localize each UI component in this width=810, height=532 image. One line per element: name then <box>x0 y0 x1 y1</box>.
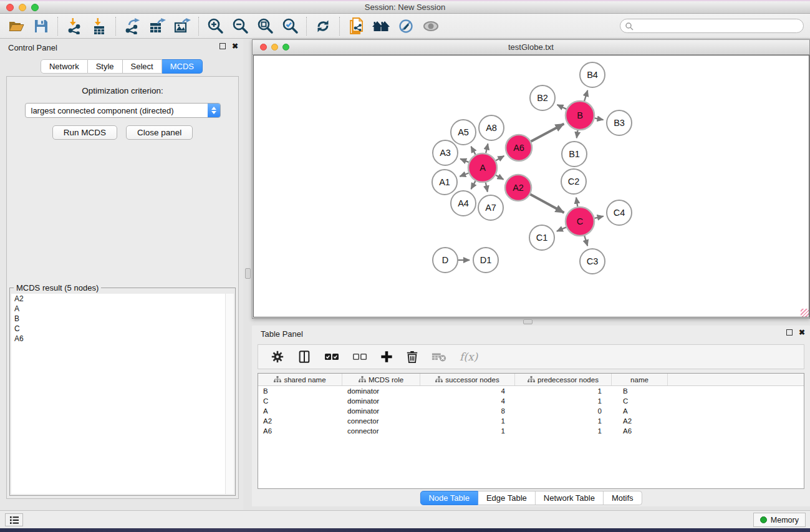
home-button[interactable] <box>369 16 393 37</box>
split-view-button[interactable] <box>297 350 311 364</box>
zoom-fit-button[interactable] <box>253 16 277 37</box>
cell-predecessor-nodes[interactable]: 0 <box>515 407 612 415</box>
node-B4[interactable]: B4 <box>580 62 605 87</box>
cell-successor-nodes[interactable]: 8 <box>420 407 515 415</box>
column-header-successor-nodes[interactable]: successor nodes <box>420 374 515 385</box>
network-canvas[interactable]: ABCA6A2A1A3A4A5A7A8B1B2B3B4C1C2C3C4DD1 <box>253 55 809 317</box>
minimize-window-button[interactable] <box>19 4 26 11</box>
zoom-in-button[interactable] <box>203 16 228 37</box>
edge-C-C3[interactable] <box>584 236 587 246</box>
export-image-button[interactable] <box>170 16 195 37</box>
close-table-panel-icon[interactable]: ✖ <box>799 329 805 336</box>
deselect-all-button[interactable] <box>352 352 367 361</box>
settings-gear-button[interactable] <box>271 350 284 364</box>
cell-predecessor-nodes[interactable]: 1 <box>515 387 612 395</box>
table-row-B[interactable]: Bdominator41B <box>258 386 804 396</box>
edge-A2-C[interactable] <box>530 195 564 213</box>
network-from-selection-button[interactable] <box>344 16 369 37</box>
save-session-button[interactable] <box>29 16 54 37</box>
column-header-MCDS-role[interactable]: MCDS role <box>342 374 420 385</box>
node-table[interactable]: shared nameMCDS rolesuccessor nodesprede… <box>258 373 804 489</box>
node-A2[interactable]: A2 <box>505 175 531 201</box>
node-A3[interactable]: A3 <box>433 140 458 165</box>
mcds-result-list[interactable]: A2ABCA6 <box>11 294 234 494</box>
edge-A6-B[interactable] <box>531 124 564 142</box>
node-B1[interactable]: B1 <box>562 142 587 167</box>
edge-A-A1[interactable] <box>460 173 468 176</box>
result-list-scrollbar[interactable] <box>225 294 234 494</box>
select-all-button[interactable] <box>324 352 339 361</box>
delete-table-button[interactable] <box>432 351 446 362</box>
edge-A-A6[interactable] <box>496 156 504 160</box>
result-item[interactable]: A6 <box>11 334 234 344</box>
window-resize-grip[interactable] <box>801 309 809 317</box>
node-A5[interactable]: A5 <box>451 120 476 145</box>
refresh-button[interactable] <box>311 16 335 37</box>
close-panel-icon[interactable]: ✖ <box>232 43 238 49</box>
node-C2[interactable]: C2 <box>561 169 586 194</box>
zoom-selected-button[interactable] <box>277 16 302 37</box>
edge-C-C1[interactable] <box>557 227 566 231</box>
node-C3[interactable]: C3 <box>580 249 605 274</box>
cell-successor-nodes[interactable]: 4 <box>420 397 515 405</box>
function-builder-button[interactable]: f(x) <box>460 351 478 363</box>
cell-name[interactable]: A <box>612 407 668 415</box>
cell-MCDS-role[interactable]: dominator <box>342 397 420 405</box>
edge-A-A3[interactable] <box>460 159 469 162</box>
cell-MCDS-role[interactable]: connector <box>342 417 420 425</box>
cell-MCDS-role[interactable]: connector <box>342 427 420 435</box>
cell-predecessor-nodes[interactable]: 1 <box>515 397 612 405</box>
cell-predecessor-nodes[interactable]: 1 <box>515 417 612 425</box>
result-item[interactable]: C <box>11 324 234 334</box>
eye-button[interactable] <box>418 16 443 37</box>
task-history-button[interactable] <box>5 513 23 526</box>
cell-successor-nodes[interactable]: 1 <box>420 427 515 435</box>
edge-B-B4[interactable] <box>584 90 587 101</box>
delete-column-button[interactable] <box>406 350 418 364</box>
cell-shared-name[interactable]: A6 <box>258 427 342 435</box>
result-item[interactable]: A <box>11 304 234 314</box>
node-A1[interactable]: A1 <box>432 170 457 195</box>
table-row-A6[interactable]: A6connector11A6 <box>258 426 804 436</box>
tab-style[interactable]: Style <box>88 59 123 74</box>
node-B2[interactable]: B2 <box>530 85 555 110</box>
node-A7[interactable]: A7 <box>478 195 503 220</box>
open-session-button[interactable] <box>4 16 29 37</box>
edge-A-A5[interactable] <box>471 147 475 155</box>
tab-edge-table[interactable]: Edge Table <box>478 491 536 505</box>
node-A4[interactable]: A4 <box>451 191 476 216</box>
cell-name[interactable]: A6 <box>612 427 668 435</box>
cell-shared-name[interactable]: C <box>258 397 342 405</box>
cell-MCDS-role[interactable]: dominator <box>342 387 420 395</box>
cell-successor-nodes[interactable]: 1 <box>420 417 515 425</box>
cell-name[interactable]: B <box>612 387 668 395</box>
table-row-A[interactable]: Adominator80A <box>258 406 804 416</box>
network-window-titlebar[interactable]: testGlobe.txt <box>253 40 809 55</box>
cell-name[interactable]: C <box>612 397 668 405</box>
hide-graphics-details-button[interactable] <box>393 16 418 37</box>
column-header-shared-name[interactable]: shared name <box>258 374 342 385</box>
tab-motifs[interactable]: Motifs <box>604 491 642 505</box>
window-controls[interactable] <box>6 4 39 11</box>
result-item[interactable]: B <box>11 314 234 324</box>
edge-C-C4[interactable] <box>594 216 603 218</box>
add-column-button[interactable] <box>380 351 393 363</box>
zoom-out-button[interactable] <box>228 16 253 37</box>
minimize-network-button[interactable] <box>271 44 278 51</box>
node-D1[interactable]: D1 <box>473 248 498 273</box>
close-panel-button[interactable]: Close panel <box>126 125 193 140</box>
cell-shared-name[interactable]: A2 <box>258 417 342 425</box>
zoom-network-button[interactable] <box>282 44 289 51</box>
import-table-button[interactable] <box>87 16 112 37</box>
search-input[interactable] <box>634 19 803 32</box>
float-panel-icon[interactable] <box>219 43 226 49</box>
node-B[interactable]: B <box>566 101 594 130</box>
close-window-button[interactable] <box>6 4 14 11</box>
close-network-button[interactable] <box>260 44 267 51</box>
table-row-A2[interactable]: A2connector11A2 <box>258 416 804 426</box>
cell-shared-name[interactable]: A <box>258 407 342 415</box>
cell-name[interactable]: A2 <box>612 417 668 425</box>
node-C1[interactable]: C1 <box>529 225 554 250</box>
export-table-button[interactable] <box>145 16 170 37</box>
cell-MCDS-role[interactable]: dominator <box>342 407 420 415</box>
